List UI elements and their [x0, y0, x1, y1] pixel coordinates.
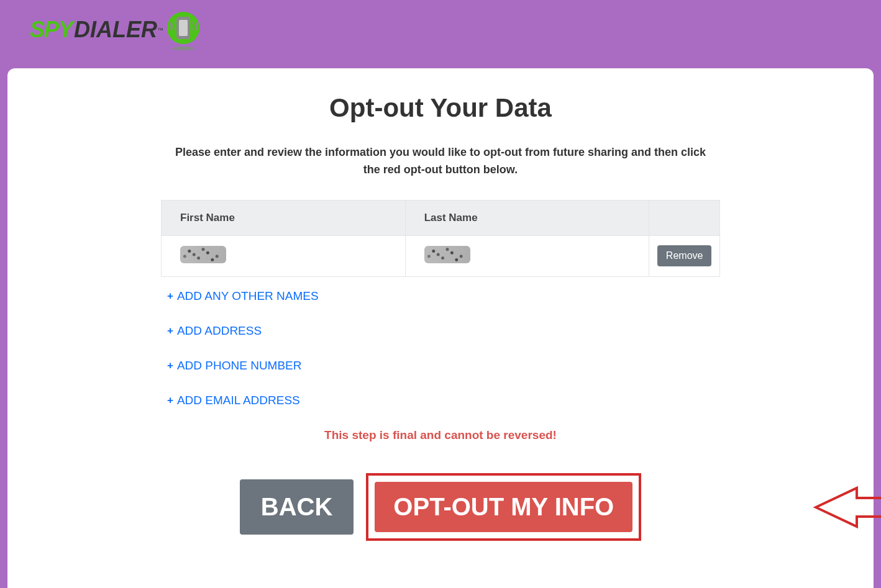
arrow-annotation-icon: [813, 486, 881, 529]
logo[interactable]: SPY DIALER ™ (( )): [30, 11, 881, 48]
add-email-link[interactable]: + ADD EMAIL ADDRESS: [167, 394, 720, 407]
col-last-name: Last Name: [405, 200, 649, 235]
table-row: Remove: [162, 235, 720, 276]
col-action: [649, 200, 720, 235]
main-card: Opt-out Your Data Please enter and revie…: [7, 68, 874, 588]
add-phone-label: ADD PHONE NUMBER: [177, 359, 302, 373]
remove-button[interactable]: Remove: [657, 245, 712, 266]
plus-icon: +: [167, 290, 173, 302]
redacted-first-name: [180, 246, 226, 263]
page-title: Opt-out Your Data: [161, 93, 720, 123]
add-address-label: ADD ADDRESS: [177, 324, 262, 338]
names-table: First Name Last Name Remove: [161, 200, 720, 277]
plus-icon: +: [167, 360, 173, 372]
logo-spy-text: SPY: [30, 17, 73, 43]
first-name-cell: [162, 235, 406, 276]
redacted-last-name: [424, 246, 470, 263]
add-names-link[interactable]: + ADD ANY OTHER NAMES: [167, 289, 720, 303]
header: SPY DIALER ™ (( )): [0, 0, 881, 68]
back-button[interactable]: BACK: [240, 479, 354, 535]
plus-icon: +: [167, 325, 173, 337]
logo-dialer-text: DIALER: [74, 17, 157, 43]
plus-icon: +: [167, 394, 173, 407]
optout-button[interactable]: OPT-OUT MY INFO: [375, 482, 632, 532]
instruction-text: Please enter and review the information …: [173, 144, 708, 179]
phone-icon: (( )): [167, 12, 203, 48]
add-address-link[interactable]: + ADD ADDRESS: [167, 324, 720, 338]
add-phone-link[interactable]: + ADD PHONE NUMBER: [167, 359, 720, 373]
add-email-label: ADD EMAIL ADDRESS: [177, 394, 300, 407]
optout-highlight-box: OPT-OUT MY INFO: [366, 473, 641, 541]
logo-tm: ™: [157, 27, 163, 34]
col-first-name: First Name: [162, 200, 406, 235]
add-names-label: ADD ANY OTHER NAMES: [177, 289, 319, 303]
warning-text: This step is final and cannot be reverse…: [161, 428, 720, 442]
last-name-cell: [405, 235, 649, 276]
button-row: BACK OPT-OUT MY INFO: [161, 473, 720, 541]
